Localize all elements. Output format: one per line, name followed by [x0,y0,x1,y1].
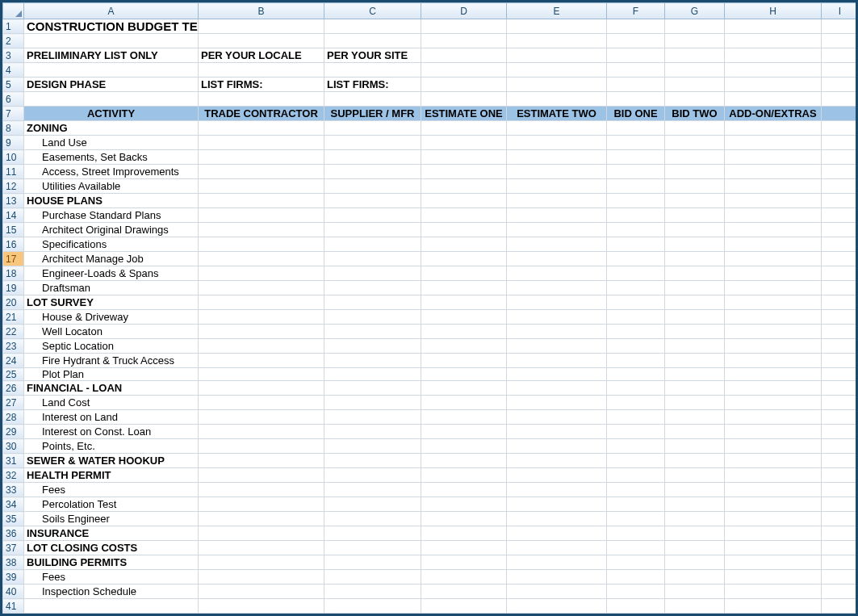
cell[interactable] [607,179,665,194]
cell[interactable] [324,34,421,48]
cell[interactable] [607,599,665,614]
cell[interactable] [665,165,725,179]
cell[interactable] [607,497,665,512]
cell[interactable] [607,410,665,425]
row-header[interactable]: 2 [3,34,24,48]
cell[interactable] [507,354,607,368]
cell[interactable]: Land Use [24,136,199,150]
row-header[interactable]: 35 [3,512,24,526]
cell[interactable] [725,526,822,541]
cell[interactable] [199,63,324,78]
cell[interactable]: Fees [24,483,199,497]
cell[interactable] [507,208,607,223]
cell[interactable] [507,381,607,396]
select-all-corner[interactable] [3,3,24,19]
cell[interactable] [725,555,822,570]
row-header[interactable]: 11 [3,165,24,179]
cell[interactable]: Engineer-Loads & Spans [24,266,199,281]
cell[interactable]: Soils Engineer [24,512,199,526]
cell[interactable] [507,599,607,614]
cell[interactable]: Purchase Standard Plans [24,208,199,223]
row-header[interactable]: 13 [3,194,24,208]
cell[interactable] [507,223,607,237]
cell[interactable] [665,136,725,150]
cell[interactable] [421,19,507,34]
cell[interactable] [421,483,507,497]
cell[interactable] [324,585,421,599]
row-header[interactable]: 27 [3,396,24,410]
cell[interactable] [665,526,725,541]
cell[interactable] [421,468,507,483]
cell[interactable] [665,194,725,208]
cell[interactable] [421,295,507,310]
cell[interactable] [24,92,199,107]
cell[interactable]: ACTIVITY [24,107,199,121]
cell[interactable] [822,325,859,339]
row-header[interactable]: 38 [3,555,24,570]
cell[interactable] [324,179,421,194]
cell[interactable] [725,339,822,354]
cell[interactable] [665,555,725,570]
cell[interactable] [421,354,507,368]
cell[interactable] [607,570,665,585]
cell[interactable]: Plot Plan [24,368,199,381]
row-header[interactable]: 30 [3,439,24,454]
cell[interactable] [822,223,859,237]
row-header[interactable]: 20 [3,295,24,310]
cell[interactable] [607,468,665,483]
cell[interactable]: CONSTRUCTION BUDGET TEMPLATE [24,19,199,34]
cell[interactable] [199,599,324,614]
cell[interactable] [822,410,859,425]
cell[interactable] [665,541,725,555]
cell[interactable] [665,252,725,266]
cell[interactable] [507,92,607,107]
cell[interactable] [822,570,859,585]
cell[interactable] [822,194,859,208]
cell[interactable] [607,483,665,497]
cell[interactable] [665,339,725,354]
row-header[interactable]: 12 [3,179,24,194]
cell[interactable] [421,223,507,237]
cell[interactable] [665,223,725,237]
cell[interactable] [324,281,421,295]
row-header[interactable]: 25 [3,368,24,381]
cell[interactable]: Land Cost [24,396,199,410]
cell[interactable]: ZONING [24,121,199,136]
cell[interactable] [665,354,725,368]
cell[interactable] [199,339,324,354]
cell[interactable] [665,34,725,48]
cell[interactable]: Septic Location [24,339,199,354]
cell[interactable] [607,396,665,410]
cell[interactable] [199,368,324,381]
cell[interactable] [324,483,421,497]
cell[interactable] [822,368,859,381]
cell[interactable] [421,555,507,570]
row-header[interactable]: 34 [3,497,24,512]
row-header[interactable]: 21 [3,310,24,325]
row-header[interactable]: 33 [3,483,24,497]
cell[interactable] [822,150,859,165]
cell[interactable] [199,354,324,368]
cell[interactable] [607,237,665,252]
cell[interactable]: PER YOUR LOCALE [199,48,324,63]
cell[interactable] [507,368,607,381]
cell[interactable] [199,208,324,223]
cell[interactable] [24,599,199,614]
cell[interactable]: Interest on Land [24,410,199,425]
cell[interactable] [421,34,507,48]
cell[interactable] [607,381,665,396]
cell[interactable]: HEALTH PERMIT [24,468,199,483]
cell[interactable] [199,512,324,526]
cell[interactable] [507,150,607,165]
cell[interactable] [324,599,421,614]
cell[interactable] [507,483,607,497]
cell[interactable] [199,295,324,310]
cell[interactable] [199,194,324,208]
cell[interactable] [421,208,507,223]
col-header-I[interactable]: I [822,3,859,19]
col-header-C[interactable]: C [324,3,421,19]
cell[interactable] [199,237,324,252]
cell[interactable] [665,121,725,136]
cell[interactable] [607,454,665,468]
cell[interactable] [822,599,859,614]
